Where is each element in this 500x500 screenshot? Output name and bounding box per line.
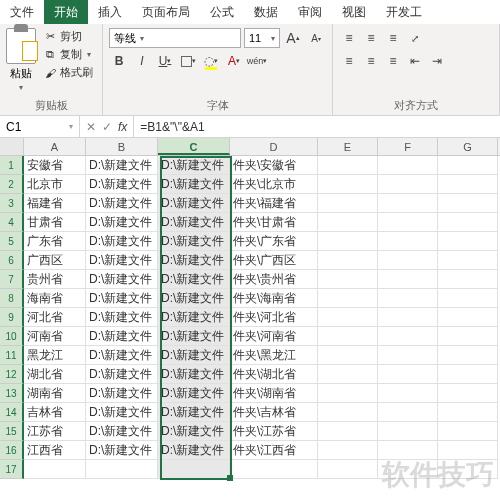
cell[interactable]: 江西省 xyxy=(24,441,86,460)
cell[interactable]: D:\新建文件 xyxy=(86,270,158,289)
cell[interactable]: 件夹\北京市 xyxy=(230,175,318,194)
row-header[interactable]: 1 xyxy=(0,156,24,175)
cell[interactable]: D:\新建文件 xyxy=(86,327,158,346)
cell[interactable] xyxy=(318,403,378,422)
font-size-combo[interactable]: 11▾ xyxy=(244,28,280,48)
row-header[interactable]: 13 xyxy=(0,384,24,403)
row-header[interactable]: 2 xyxy=(0,175,24,194)
cell[interactable]: 件夹\江西省 xyxy=(230,441,318,460)
cell[interactable]: D:\新建文件 xyxy=(86,156,158,175)
cell[interactable]: 件夹\湖北省 xyxy=(230,365,318,384)
cell[interactable] xyxy=(318,232,378,251)
font-name-combo[interactable]: 等线▾ xyxy=(109,28,241,48)
cell[interactable] xyxy=(230,460,318,479)
cell[interactable]: D:\新建文件 xyxy=(86,251,158,270)
cell[interactable] xyxy=(318,384,378,403)
cell[interactable] xyxy=(438,194,498,213)
align-bottom-button[interactable]: ≡ xyxy=(383,28,403,48)
confirm-formula-button[interactable]: ✓ xyxy=(102,120,112,134)
row-header[interactable]: 16 xyxy=(0,441,24,460)
cell[interactable]: D:\新建文件 xyxy=(86,441,158,460)
cell[interactable]: D:\新建文件 xyxy=(158,422,230,441)
cell[interactable] xyxy=(318,156,378,175)
cell[interactable]: D:\新建文件 xyxy=(86,384,158,403)
cell[interactable] xyxy=(378,308,438,327)
cell[interactable] xyxy=(438,365,498,384)
underline-button[interactable]: U▾ xyxy=(155,51,175,71)
col-header-E[interactable]: E xyxy=(318,138,378,155)
shrink-font-button[interactable]: A▾ xyxy=(306,28,326,48)
orientation-button[interactable]: ⤢ xyxy=(405,28,425,48)
row-header[interactable]: 8 xyxy=(0,289,24,308)
cell[interactable]: 湖北省 xyxy=(24,365,86,384)
tab-审阅[interactable]: 审阅 xyxy=(288,0,332,24)
cell[interactable]: 江苏省 xyxy=(24,422,86,441)
cell[interactable] xyxy=(318,441,378,460)
col-header-D[interactable]: D xyxy=(230,138,318,155)
fill-color-button[interactable]: ◌▾ xyxy=(201,51,221,71)
align-top-button[interactable]: ≡ xyxy=(339,28,359,48)
cell[interactable] xyxy=(438,441,498,460)
cell[interactable]: 件夹\广东省 xyxy=(230,232,318,251)
cell[interactable]: D:\新建文件 xyxy=(86,232,158,251)
cell[interactable] xyxy=(438,327,498,346)
cell[interactable] xyxy=(438,251,498,270)
cell[interactable]: D:\新建文件 xyxy=(158,232,230,251)
italic-button[interactable]: I xyxy=(132,51,152,71)
cell[interactable] xyxy=(318,289,378,308)
cell[interactable] xyxy=(378,460,438,479)
row-header[interactable]: 14 xyxy=(0,403,24,422)
cell[interactable]: D:\新建文件 xyxy=(158,194,230,213)
indent-increase-button[interactable]: ⇥ xyxy=(427,51,447,71)
cell[interactable]: 件夹\江苏省 xyxy=(230,422,318,441)
spreadsheet-grid[interactable]: A B C D E F G 1安徽省D:\新建文件D:\新建文件件夹\安徽省2北… xyxy=(0,138,500,479)
cell[interactable] xyxy=(378,270,438,289)
col-header-A[interactable]: A xyxy=(24,138,86,155)
cell[interactable] xyxy=(378,403,438,422)
tab-文件[interactable]: 文件 xyxy=(0,0,44,24)
col-header-G[interactable]: G xyxy=(438,138,498,155)
cell[interactable]: D:\新建文件 xyxy=(158,270,230,289)
cell[interactable]: D:\新建文件 xyxy=(158,384,230,403)
cell[interactable]: D:\新建文件 xyxy=(158,251,230,270)
cell[interactable]: 件夹\安徽省 xyxy=(230,156,318,175)
cell[interactable] xyxy=(378,232,438,251)
cell[interactable] xyxy=(438,384,498,403)
paste-button[interactable]: 粘贴 ▾ xyxy=(6,28,36,96)
cell[interactable]: D:\新建文件 xyxy=(86,175,158,194)
row-header[interactable]: 17 xyxy=(0,460,24,479)
cell[interactable]: D:\新建文件 xyxy=(158,346,230,365)
cell[interactable]: D:\新建文件 xyxy=(158,156,230,175)
cell[interactable]: 海南省 xyxy=(24,289,86,308)
cell[interactable] xyxy=(438,232,498,251)
cell[interactable] xyxy=(438,175,498,194)
cell[interactable]: 福建省 xyxy=(24,194,86,213)
name-box[interactable]: C1▾ xyxy=(0,116,80,137)
cell[interactable]: 件夹\河北省 xyxy=(230,308,318,327)
cell[interactable] xyxy=(378,213,438,232)
cell[interactable]: D:\新建文件 xyxy=(86,308,158,327)
cell[interactable] xyxy=(86,460,158,479)
bold-button[interactable]: B xyxy=(109,51,129,71)
fx-button[interactable]: fx xyxy=(118,120,127,134)
cell[interactable] xyxy=(438,308,498,327)
grow-font-button[interactable]: A▴ xyxy=(283,28,303,48)
cell[interactable]: 湖南省 xyxy=(24,384,86,403)
cell[interactable] xyxy=(318,460,378,479)
cell[interactable]: 河北省 xyxy=(24,308,86,327)
cell[interactable] xyxy=(158,460,230,479)
align-left-button[interactable]: ≡ xyxy=(339,51,359,71)
cell[interactable] xyxy=(438,346,498,365)
row-header[interactable]: 10 xyxy=(0,327,24,346)
tab-公式[interactable]: 公式 xyxy=(200,0,244,24)
cell[interactable] xyxy=(438,403,498,422)
formula-input[interactable]: =B1&"\"&A1 xyxy=(134,116,500,137)
cell[interactable] xyxy=(318,175,378,194)
copy-button[interactable]: ⧉复制▾ xyxy=(40,46,96,63)
cell[interactable] xyxy=(378,365,438,384)
cell[interactable]: 北京市 xyxy=(24,175,86,194)
cell[interactable]: D:\新建文件 xyxy=(158,213,230,232)
cell[interactable] xyxy=(318,308,378,327)
cell[interactable]: 件夹\黑龙江 xyxy=(230,346,318,365)
cell[interactable]: D:\新建文件 xyxy=(158,308,230,327)
